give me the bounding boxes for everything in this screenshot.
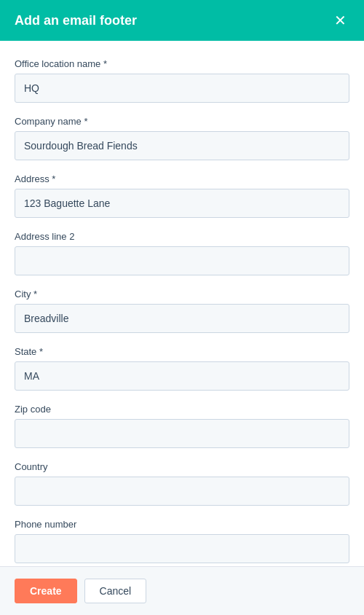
label-city: City *	[15, 289, 349, 299]
input-office_location_name[interactable]	[15, 74, 349, 103]
label-office_location_name: Office location name *	[15, 58, 349, 69]
input-phone_number[interactable]	[15, 534, 349, 563]
modal-title: Add an email footer	[15, 13, 137, 28]
label-company_name: Company name *	[15, 116, 349, 127]
label-state: State *	[15, 346, 349, 357]
form-group-address: Address *	[15, 173, 349, 218]
input-company_name[interactable]	[15, 131, 349, 160]
input-city[interactable]	[15, 304, 349, 333]
input-country[interactable]	[15, 477, 349, 506]
form-group-address_line_2: Address line 2	[15, 231, 349, 275]
create-button[interactable]: Create	[15, 579, 77, 603]
label-address_line_2: Address line 2	[15, 231, 349, 242]
modal-body: Office location name *Company name *Addr…	[0, 41, 364, 566]
label-phone_number: Phone number	[15, 519, 349, 530]
label-country: Country	[15, 461, 349, 472]
form-group-city: City *	[15, 289, 349, 333]
form-group-company_name: Company name *	[15, 116, 349, 160]
form-group-office_location_name: Office location name *	[15, 58, 349, 103]
form-fields: Office location name *Company name *Addr…	[15, 58, 349, 563]
input-state[interactable]	[15, 361, 349, 391]
form-group-country: Country	[15, 461, 349, 506]
input-zip_code[interactable]	[15, 419, 349, 448]
form-group-zip_code: Zip code	[15, 404, 349, 448]
modal-footer: Create Cancel	[0, 566, 364, 615]
close-button[interactable]: ✕	[331, 12, 349, 29]
input-address[interactable]	[15, 189, 349, 218]
label-address: Address *	[15, 173, 349, 184]
add-email-footer-modal: Add an email footer ✕ Office location na…	[0, 0, 364, 615]
form-group-state: State *	[15, 346, 349, 391]
form-group-phone_number: Phone number	[15, 519, 349, 563]
modal-header: Add an email footer ✕	[0, 0, 364, 41]
cancel-button[interactable]: Cancel	[84, 579, 147, 603]
label-zip_code: Zip code	[15, 404, 349, 415]
input-address_line_2[interactable]	[15, 246, 349, 275]
